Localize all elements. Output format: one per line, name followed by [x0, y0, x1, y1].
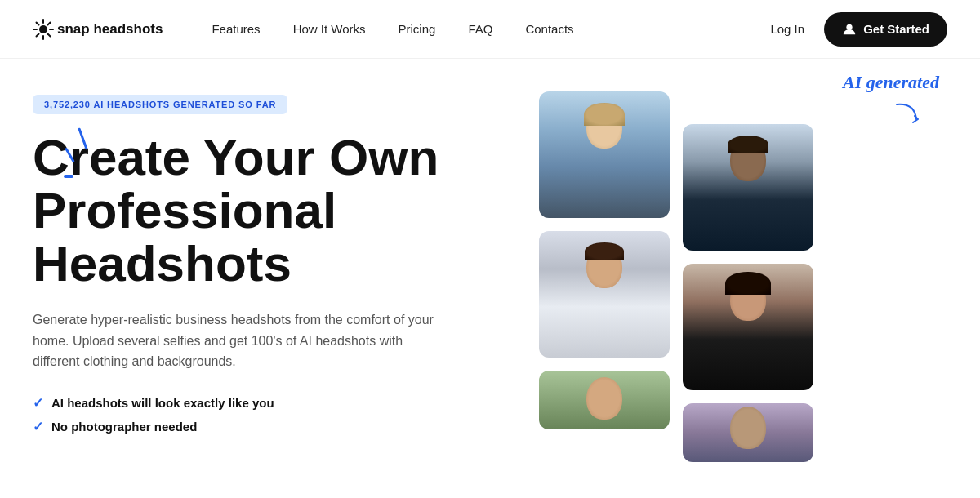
image-column-left — [539, 91, 670, 429]
svg-line-6 — [48, 33, 51, 36]
ai-arrow-icon — [890, 101, 923, 132]
hero-images: AI generated — [539, 91, 947, 498]
ai-generated-label: AI generated — [843, 72, 939, 93]
get-started-label: Get Started — [863, 22, 929, 36]
image-column-right — [683, 124, 813, 462]
nav-item-pricing[interactable]: Pricing — [399, 22, 436, 36]
nav-item-how-it-works[interactable]: How It Works — [293, 22, 366, 36]
feature-item-2: ✓ No photographer needed — [33, 419, 539, 434]
nav-right: Log In Get Started — [770, 12, 947, 47]
hero-section: 3,752,230 AI HEADSHOTS GENERATED SO FAR … — [0, 59, 980, 498]
headshot-image-4 — [683, 264, 813, 390]
check-icon-2: ✓ — [33, 419, 43, 434]
login-button[interactable]: Log In — [770, 22, 804, 36]
feature-label-2: No photographer needed — [51, 420, 197, 434]
decorative-dot — [64, 175, 74, 178]
svg-point-9 — [847, 24, 853, 29]
headshot-image-3 — [539, 231, 670, 358]
feature-list: ✓ AI headshots will look exactly like yo… — [33, 395, 539, 434]
headshot-image-1 — [539, 91, 670, 218]
nav-links: Features How It Works Pricing FAQ Contac… — [212, 22, 770, 36]
hero-description: Generate hyper-realistic business headsh… — [33, 309, 441, 372]
user-icon — [842, 22, 857, 37]
feature-label-1: AI headshots will look exactly like you — [51, 396, 274, 410]
headshots-badge: 3,752,230 AI HEADSHOTS GENERATED SO FAR — [33, 95, 287, 114]
svg-line-5 — [37, 22, 39, 24]
check-icon-1: ✓ — [33, 395, 43, 411]
headshot-image-2 — [683, 124, 813, 251]
hero-left: 3,752,230 AI HEADSHOTS GENERATED SO FAR … — [33, 91, 539, 498]
svg-line-7 — [48, 22, 51, 24]
feature-item-1: ✓ AI headshots will look exactly like yo… — [33, 395, 539, 411]
svg-point-0 — [39, 25, 47, 33]
headshot-image-6 — [683, 403, 813, 462]
hero-title: Create Your Own Professional Headshots — [33, 131, 539, 290]
nav-item-contacts[interactable]: Contacts — [525, 22, 573, 36]
logo-text: snap headshots — [57, 21, 163, 38]
headshot-image-5 — [539, 371, 670, 429]
nav-item-features[interactable]: Features — [212, 22, 260, 36]
svg-line-8 — [37, 33, 39, 36]
navbar: snap headshots Features How It Works Pri… — [0, 0, 980, 59]
logo[interactable]: snap headshots — [33, 19, 163, 40]
get-started-button[interactable]: Get Started — [824, 12, 947, 47]
nav-item-faq[interactable]: FAQ — [468, 22, 492, 36]
logo-icon — [33, 19, 54, 40]
